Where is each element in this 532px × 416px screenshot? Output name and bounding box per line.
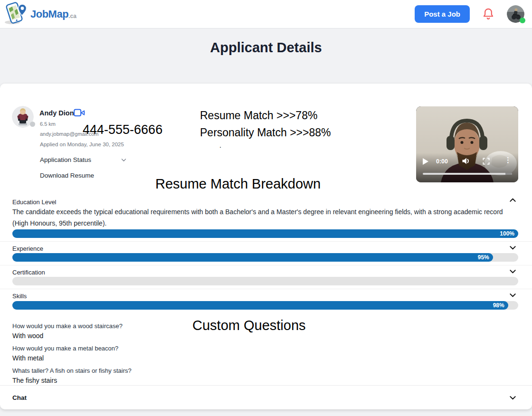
fullscreen-icon[interactable] [483, 158, 490, 167]
chat-divider [0, 385, 532, 386]
volume-icon[interactable] [462, 157, 470, 167]
skills-progress-bar: 98% [12, 301, 518, 310]
app-header: JobMap .ca Post a Job [0, 0, 532, 28]
stray-dot: . [219, 142, 221, 149]
personality-match-score: Personality Match >>>88% [200, 124, 331, 141]
jobmap-logo[interactable]: JobMap .ca [4, 1, 76, 27]
application-status-label: Application Status [40, 156, 91, 163]
education-progress-bar: 100% [12, 229, 518, 238]
applicant-distance: 6.5 km [40, 121, 56, 127]
education-description: The candidate exceeds the typical educat… [12, 206, 517, 229]
notification-bell-icon[interactable] [482, 7, 494, 21]
certification-progress-bar [12, 277, 518, 285]
chevron-down-icon [121, 157, 127, 163]
question-3: Whats taller? A fish on stairs or fishy … [12, 367, 132, 374]
play-icon[interactable] [423, 158, 428, 165]
video-progress-buffer [505, 173, 512, 175]
chevron-down-icon[interactable] [509, 244, 517, 252]
chevron-down-icon[interactable] [509, 267, 517, 275]
answer-1: With wood [12, 332, 43, 340]
experience-percent-label: 95% [478, 254, 493, 261]
chat-section-label: Chat [12, 394, 27, 401]
section-divider [0, 289, 532, 289]
section-divider [0, 265, 532, 265]
chevron-up-icon[interactable] [509, 196, 517, 204]
section-label-certification: Certification [12, 269, 45, 276]
user-avatar[interactable] [507, 5, 524, 23]
phone-map-pin-logo-icon [4, 1, 30, 27]
chevron-down-icon[interactable] [509, 394, 517, 402]
offline-status-dot [30, 122, 35, 127]
video-current-time: 0:00 [436, 158, 448, 165]
applicant-video-player[interactable]: 0:00 ⋮ [416, 106, 518, 182]
brand-name: JobMap [30, 8, 68, 20]
custom-questions-title: Custom Questions [192, 318, 306, 333]
video-menu-icon[interactable]: ⋮ [504, 156, 512, 164]
education-percent-label: 100% [500, 230, 518, 237]
applicant-details-card: Andy Dion 6.5 km andy.jobmap@gmail.com A… [0, 84, 532, 409]
page-title: Applicant Details [0, 40, 532, 56]
question-1: How would you make a wood staircase? [12, 322, 123, 330]
section-divider [0, 241, 532, 242]
match-scores: Resume Match >>>78% Personality Match >>… [200, 107, 331, 141]
section-label-experience: Experience [12, 245, 43, 252]
resume-breakdown-title: Resume Match Breakdown [155, 176, 321, 192]
skills-progress-fill: 98% [12, 301, 508, 310]
experience-progress-fill: 95% [12, 253, 493, 262]
online-status-dot [520, 18, 525, 23]
post-a-job-button[interactable]: Post a Job [415, 5, 470, 23]
video-progress-bar[interactable] [423, 173, 512, 175]
answer-2: With metal [12, 354, 44, 362]
brand-tld: .ca [68, 13, 76, 19]
applicant-avatar [12, 106, 34, 128]
answer-3: The fishy stairs [12, 377, 57, 384]
applicant-phone: 444-555-6666 [83, 123, 162, 137]
download-resume-link[interactable]: Download Resume [40, 172, 94, 179]
chevron-down-icon[interactable] [509, 291, 517, 299]
question-2: How would you make a metal beacon? [12, 345, 118, 352]
section-label-skills: Skills [12, 293, 27, 300]
skills-percent-label: 98% [493, 302, 508, 309]
applicant-name: Andy Dion [39, 109, 74, 117]
video-camera-icon[interactable] [74, 109, 85, 119]
application-status-dropdown[interactable]: Application Status [40, 156, 127, 163]
education-progress-fill: 100% [12, 229, 518, 238]
section-label-education: Education Level [12, 199, 57, 206]
resume-match-score: Resume Match >>>78% [200, 107, 331, 124]
experience-progress-bar: 95% [12, 253, 518, 262]
applicant-applied-date: Applied on Monday, June 30, 2025 [40, 142, 124, 147]
